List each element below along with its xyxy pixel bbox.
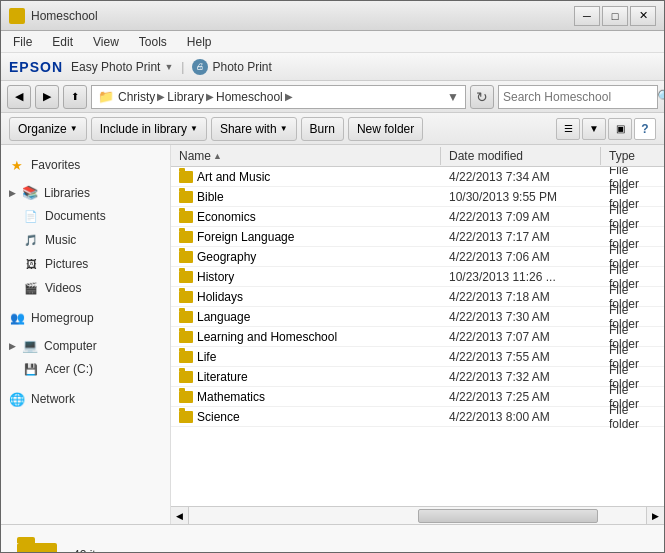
cell-date: 4/22/2013 7:18 AM	[441, 288, 601, 306]
window-icon	[9, 8, 25, 24]
up-button[interactable]: ⬆	[63, 85, 87, 109]
folder-icon	[179, 271, 193, 283]
sidebar-item-libraries[interactable]: ▶ 📚 Libraries	[1, 181, 170, 204]
file-name-text: Art and Music	[197, 170, 270, 184]
folder-icon	[179, 391, 193, 403]
folder-icon	[179, 311, 193, 323]
folder-icon	[179, 351, 193, 363]
burn-button[interactable]: Burn	[301, 117, 344, 141]
table-row[interactable]: Mathematics 4/22/2013 7:25 AM File folde…	[171, 387, 664, 407]
address-bar[interactable]: 📁 Christy ▶ Library ▶ Homeschool ▶ ▼	[91, 85, 466, 109]
path-homeschool: Homeschool	[216, 90, 283, 104]
sidebar-item-pictures[interactable]: 🖼 Pictures	[1, 252, 170, 276]
close-button[interactable]: ✕	[630, 6, 656, 26]
col-date-label: Date modified	[449, 149, 523, 163]
include-in-library-button[interactable]: Include in library ▼	[91, 117, 207, 141]
maximize-button[interactable]: □	[602, 6, 628, 26]
music-label: Music	[45, 233, 76, 247]
preview-pane-button[interactable]: ▣	[608, 118, 632, 140]
table-row[interactable]: Holidays 4/22/2013 7:18 AM File folder	[171, 287, 664, 307]
table-row[interactable]: Geography 4/22/2013 7:06 AM File folder	[171, 247, 664, 267]
menu-edit[interactable]: Edit	[48, 33, 77, 51]
help-button[interactable]: ?	[634, 118, 656, 140]
table-row[interactable]: Economics 4/22/2013 7:09 AM File folder	[171, 207, 664, 227]
file-name-text: History	[197, 270, 234, 284]
search-input[interactable]	[503, 90, 653, 104]
cell-type: File folder	[601, 401, 664, 433]
column-date-header[interactable]: Date modified	[441, 147, 601, 165]
epson-separator: |	[181, 60, 184, 74]
table-row[interactable]: Language 4/22/2013 7:30 AM File folder	[171, 307, 664, 327]
menu-view[interactable]: View	[89, 33, 123, 51]
address-dropdown-icon[interactable]: ▼	[447, 90, 459, 104]
bottom-panel: 42 items	[1, 524, 664, 553]
menu-file[interactable]: File	[9, 33, 36, 51]
sidebar-item-computer[interactable]: ▶ 💻 Computer	[1, 334, 170, 357]
epson-toolbar: EPSON Easy Photo Print ▼ | 🖨 Photo Print	[1, 53, 664, 81]
homegroup-label: Homegroup	[31, 311, 94, 325]
h-scroll-right-button[interactable]: ▶	[646, 507, 664, 525]
file-list: Art and Music 4/22/2013 7:34 AM File fol…	[171, 167, 664, 506]
column-type-header[interactable]: Type	[601, 147, 664, 165]
cell-name: Language	[171, 308, 441, 326]
burn-label: Burn	[310, 122, 335, 136]
table-row[interactable]: Literature 4/22/2013 7:32 AM File folder	[171, 367, 664, 387]
path-sep-1: ▶	[157, 91, 165, 102]
h-scroll-left-button[interactable]: ◀	[171, 507, 189, 525]
forward-button[interactable]: ▶	[35, 85, 59, 109]
path-christy: Christy	[118, 90, 155, 104]
column-name-header[interactable]: Name ▲	[171, 147, 441, 165]
search-bar[interactable]: 🔍	[498, 85, 658, 109]
table-row[interactable]: Foreign Language 4/22/2013 7:17 AM File …	[171, 227, 664, 247]
table-row[interactable]: Science 4/22/2013 8:00 AM File folder	[171, 407, 664, 427]
table-row[interactable]: Life 4/22/2013 7:55 AM File folder	[171, 347, 664, 367]
menu-tools[interactable]: Tools	[135, 33, 171, 51]
photo-print-button[interactable]: 🖨 Photo Print	[192, 59, 271, 75]
path-library: Library	[167, 90, 204, 104]
sidebar-item-network[interactable]: 🌐 Network	[1, 387, 170, 411]
menu-bar: File Edit View Tools Help	[1, 31, 664, 53]
horizontal-scrollbar[interactable]: ◀ ▶	[171, 506, 664, 524]
cell-name: Economics	[171, 208, 441, 226]
sidebar-item-favorites[interactable]: ★ Favorites	[1, 153, 170, 177]
view-details-button[interactable]: ☰	[556, 118, 580, 140]
col-type-label: Type	[609, 149, 635, 163]
refresh-button[interactable]: ↻	[470, 85, 494, 109]
organize-button[interactable]: Organize ▼	[9, 117, 87, 141]
sidebar-item-documents[interactable]: 📄 Documents	[1, 204, 170, 228]
table-row[interactable]: Learning and Homeschool 4/22/2013 7:07 A…	[171, 327, 664, 347]
minimize-button[interactable]: ─	[574, 6, 600, 26]
sort-arrow: ▲	[213, 151, 222, 161]
epson-app-button[interactable]: Easy Photo Print ▼	[71, 60, 173, 74]
cell-name: Mathematics	[171, 388, 441, 406]
table-row[interactable]: History 10/23/2013 11:26 ... File folder	[171, 267, 664, 287]
search-icon[interactable]: 🔍	[657, 89, 665, 104]
sidebar-item-homegroup[interactable]: 👥 Homegroup	[1, 306, 170, 330]
file-name-text: Foreign Language	[197, 230, 294, 244]
share-dropdown-icon: ▼	[280, 124, 288, 133]
table-row[interactable]: Art and Music 4/22/2013 7:34 AM File fol…	[171, 167, 664, 187]
file-name-text: Economics	[197, 210, 256, 224]
view-dropdown-button[interactable]: ▼	[582, 118, 606, 140]
acer-drive-icon: 💾	[23, 361, 39, 377]
sidebar-item-music[interactable]: 🎵 Music	[1, 228, 170, 252]
h-scroll-thumb[interactable]	[418, 509, 598, 523]
new-folder-button[interactable]: New folder	[348, 117, 423, 141]
folder-preview	[17, 537, 57, 554]
menu-help[interactable]: Help	[183, 33, 216, 51]
file-name-text: Life	[197, 350, 216, 364]
folder-icon	[179, 291, 193, 303]
cell-name: Bible	[171, 188, 441, 206]
cell-name: Geography	[171, 248, 441, 266]
computer-expand-icon: ▶	[9, 341, 16, 351]
folder-icon	[179, 411, 193, 423]
cell-name: Learning and Homeschool	[171, 328, 441, 346]
documents-label: Documents	[45, 209, 106, 223]
epson-app-dropdown-icon[interactable]: ▼	[164, 62, 173, 72]
back-button[interactable]: ◀	[7, 85, 31, 109]
h-scroll-track[interactable]	[189, 507, 646, 524]
share-with-button[interactable]: Share with ▼	[211, 117, 297, 141]
table-row[interactable]: Bible 10/30/2013 9:55 PM File folder	[171, 187, 664, 207]
sidebar-item-acer[interactable]: 💾 Acer (C:)	[1, 357, 170, 381]
sidebar-item-videos[interactable]: 🎬 Videos	[1, 276, 170, 300]
